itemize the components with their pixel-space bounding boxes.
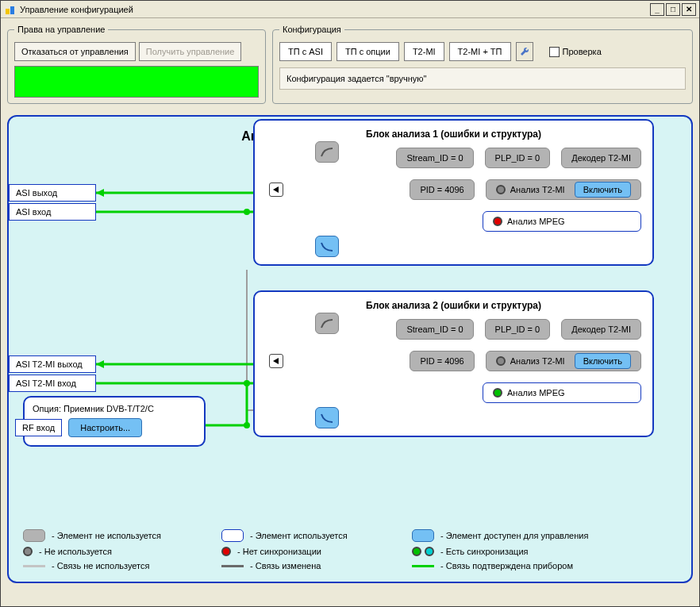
config-status: Конфигурация задается "вручную": [279, 67, 686, 90]
b2-t2mi-label: Анализ T2-MI: [510, 356, 565, 366]
check-label: Проверка: [563, 47, 602, 56]
wrench-icon: [519, 46, 530, 57]
b2-switch-top: [315, 313, 339, 334]
tab-tp-option[interactable]: ТП с опции: [337, 42, 399, 61]
legend-sync-yes: - Есть синхронизация: [440, 547, 529, 556]
legend-dot-cyan: [425, 547, 434, 556]
legend-link-changed: - Связь изменена: [250, 561, 321, 571]
svg-point-7: [244, 209, 250, 215]
analyzer-panel: Анализатор транспортного потока: [7, 115, 693, 583]
asi-t2mi-out-label: ASI T2-MI выход: [9, 355, 96, 373]
obtain-control-button[interactable]: Получить управление: [139, 42, 242, 61]
legend-sync-no: - Нет синхронизации: [237, 547, 321, 556]
legend-swatch-white: [221, 529, 244, 542]
b1-t2mi-dot: [496, 185, 506, 194]
config-legend: Конфигурация: [279, 25, 344, 34]
b2-mpeg-dot: [493, 388, 502, 398]
check-label-wrap[interactable]: Проверка: [549, 47, 602, 57]
block1-title: Блок анализа 1 (ошибки и структура): [263, 129, 644, 140]
legend-line-dark: [221, 565, 244, 567]
b1-analyze-t2mi: Анализ T2-MI Включить: [486, 179, 641, 200]
config-fieldset: Конфигурация ТП с ASI ТП с опции T2-MI T…: [272, 25, 693, 104]
b2-decoder: Декодер T2-MI: [561, 319, 641, 340]
wrench-button[interactable]: [516, 42, 533, 61]
b2-pid: PID = 4096: [410, 351, 474, 371]
svg-rect-0: [6, 9, 10, 14]
b1-stream-id: Stream_ID = 0: [396, 148, 473, 168]
b1-switch-bottom[interactable]: [315, 236, 339, 257]
b1-pid: PID = 4096: [410, 179, 474, 200]
svg-marker-4: [96, 189, 104, 197]
b1-mpeg-label: Анализ MPEG: [507, 217, 565, 226]
b1-analyze-mpeg: Анализ MPEG: [483, 211, 641, 232]
b1-play-toggle[interactable]: [269, 182, 283, 197]
tab-t2mi-tp[interactable]: T2-MI + ТП: [449, 42, 511, 61]
legend-area: - Элемент не используется - Элемент испо…: [23, 529, 677, 571]
client-area: Права на управление Отказаться от управл…: [1, 18, 699, 590]
b2-switch-bottom[interactable]: [315, 407, 339, 428]
check-checkbox[interactable]: [549, 47, 560, 57]
rights-legend: Права на управление: [14, 25, 108, 34]
b2-mpeg-label: Анализ MPEG: [507, 388, 565, 398]
window-buttons: _ □ ✕: [650, 3, 696, 16]
app-icon: [4, 3, 17, 16]
b2-play-toggle[interactable]: [269, 354, 283, 368]
analysis-block-1: Блок анализа 1 (ошибки и структура) Stre…: [253, 119, 654, 266]
legend-dot-green: [412, 547, 421, 556]
window: Управление конфигурацией _ □ ✕ Права на …: [0, 0, 700, 607]
b1-enable-t2mi-button[interactable]: Включить: [575, 182, 631, 198]
b1-t2mi-label: Анализ T2-MI: [510, 185, 565, 194]
configure-button[interactable]: Настроить...: [68, 418, 142, 437]
legend-sync-not-used: - Не используется: [39, 547, 112, 556]
b2-stream-id: Stream_ID = 0: [396, 319, 473, 340]
b1-plp-id: PLP_ID = 0: [485, 148, 551, 168]
analysis-block-2: Блок анализа 2 (ошибки и структура) Stre…: [253, 290, 654, 437]
legend-el-not-used: - Элемент не используется: [52, 531, 161, 540]
legend-line-light: [23, 565, 45, 567]
b1-mpeg-dot: [493, 217, 502, 226]
legend-link-confirmed: - Связь подтверждена прибором: [440, 561, 573, 571]
b2-analyze-t2mi: Анализ T2-MI Включить: [486, 351, 641, 371]
svg-marker-15: [273, 186, 279, 193]
rf-in-label: RF вход: [15, 419, 62, 436]
close-button[interactable]: ✕: [682, 3, 696, 16]
b1-switch-top: [315, 141, 339, 163]
legend-el-managed: - Элемент доступен для управления: [440, 531, 588, 540]
option-box: Опция: Приемник DVB-T/T2/C RF вход Настр…: [23, 396, 206, 447]
svg-point-13: [244, 422, 250, 428]
legend-dot-gray: [23, 547, 33, 556]
maximize-button[interactable]: □: [666, 3, 680, 16]
legend-swatch-gray: [23, 529, 45, 542]
option-title: Опция: Приемник DVB-T/T2/C: [33, 404, 196, 413]
window-title: Управление конфигурацией: [20, 5, 650, 14]
svg-marker-10: [96, 360, 104, 368]
tab-tp-asi[interactable]: ТП с ASI: [279, 42, 332, 61]
block2-title: Блок анализа 2 (ошибки и структура): [263, 300, 644, 311]
legend-el-used: - Элемент используется: [250, 531, 348, 540]
b2-t2mi-dot: [496, 356, 506, 366]
svg-rect-1: [10, 6, 14, 14]
asi-out-label: ASI выход: [9, 184, 96, 202]
b2-plp-id: PLP_ID = 0: [485, 319, 551, 340]
b2-enable-t2mi-button[interactable]: Включить: [575, 353, 631, 369]
legend-dot-red: [221, 547, 231, 556]
asi-t2mi-in-label: ASI T2-MI вход: [9, 375, 96, 392]
svg-point-14: [244, 380, 250, 386]
b2-analyze-mpeg: Анализ MPEG: [483, 382, 641, 403]
legend-line-green: [412, 565, 434, 567]
legend-swatch-blue: [412, 529, 434, 542]
svg-marker-16: [273, 358, 279, 364]
tab-t2mi[interactable]: T2-MI: [404, 42, 444, 61]
status-strip: [14, 66, 259, 98]
asi-in-label: ASI вход: [9, 203, 96, 221]
titlebar: Управление конфигурацией _ □ ✕: [1, 1, 699, 18]
minimize-button[interactable]: _: [650, 3, 664, 16]
legend-link-not-used: - Связь не используется: [52, 561, 149, 571]
b1-decoder: Декодер T2-MI: [561, 148, 641, 168]
rights-fieldset: Права на управление Отказаться от управл…: [7, 25, 266, 104]
refuse-control-button[interactable]: Отказаться от управления: [14, 42, 136, 61]
